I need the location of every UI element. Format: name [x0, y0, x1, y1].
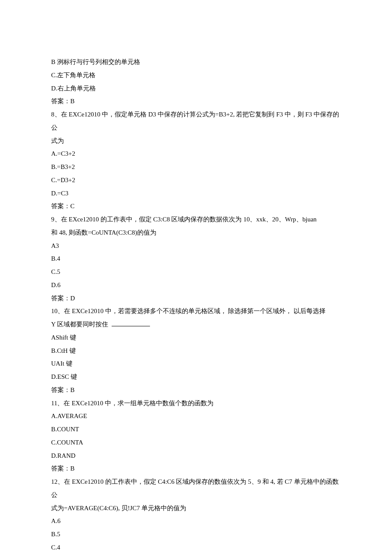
q8-option-d: D.=C3: [51, 187, 341, 200]
q9-stem-line2: 和 48, 则函数=CoUNTA(C3:C8)的值为: [51, 226, 341, 239]
q11-option-c: C.COUNTA: [51, 436, 341, 449]
q11-option-d: D.RAND: [51, 449, 341, 462]
q12-stem-line1: 12、在 EXCe12010 的工作表中，假定 C4:C6 区域内保存的数值依次…: [51, 475, 341, 502]
q10-stem-line2-text: Y 区域都要同时按住: [51, 321, 110, 328]
q9-option-c: C.5: [51, 265, 341, 279]
q7-option-c: C.左下角单元格: [51, 69, 341, 82]
q10-option-c: UAIt 键: [51, 357, 341, 370]
q9-answer: 答案：D: [51, 292, 341, 305]
q12-option-b: B.5: [51, 528, 341, 541]
q7-option-b: B 洌标行与行号列相交的单元格: [51, 55, 341, 69]
q12-option-a: A.6: [51, 514, 341, 528]
q11-option-a: A.AVERAGE: [51, 410, 341, 423]
q8-stem-line1: 8、在 EXCe12010 中，假定单元格 D3 中保存的计算公式为=B3+2,…: [51, 108, 341, 134]
q10-stem-line1: 10、在 EXCe12010 中，若需要选择多个不连续的单元格区域， 除选择第一…: [51, 305, 341, 318]
q11-answer: 答案：B: [51, 462, 341, 475]
document-page: B 洌标行与行号列相交的单元格 C.左下角单元格 D.右上角单元格 答案：B 8…: [0, 0, 392, 555]
q10-option-d: D.ESC 键: [51, 370, 341, 384]
q11-option-b: B.COUNT: [51, 423, 341, 436]
q7-answer: 答案：B: [51, 95, 341, 108]
q8-option-c: C.=D3+2: [51, 174, 341, 187]
q9-option-d: D.6: [51, 279, 341, 292]
q7-option-d: D.右上角单元格: [51, 82, 341, 95]
q10-answer: 答案：B: [51, 384, 341, 397]
q10-option-b: B.CtH 键: [51, 344, 341, 357]
q12-stem-line2: 式为=AVERAGE(C4:C6), 贝!JC7 单元格中的值为: [51, 502, 341, 515]
q9-option-b: B.4: [51, 252, 341, 265]
q11-stem: 11、在 EXCe12010 中，求一组单元格中数值个数的函数为: [51, 397, 341, 410]
q8-option-b: B.=B3+2: [51, 160, 341, 174]
q9-stem-line1: 9、在 EXce12010 的工作表中，假定 C3:C8 区域内保存的数据依次为…: [51, 213, 341, 226]
q8-answer: 答案：C: [51, 200, 341, 213]
q12-option-c: C.4: [51, 541, 341, 554]
blank-underline: [112, 320, 150, 326]
q8-stem-line2: 式为: [51, 134, 341, 148]
q10-stem-line2: Y 区域都要同时按住: [51, 318, 341, 331]
q10-option-a: AShift 键: [51, 331, 341, 344]
q9-option-a: A3: [51, 239, 341, 253]
q8-option-a: A.=C3+2: [51, 147, 341, 160]
